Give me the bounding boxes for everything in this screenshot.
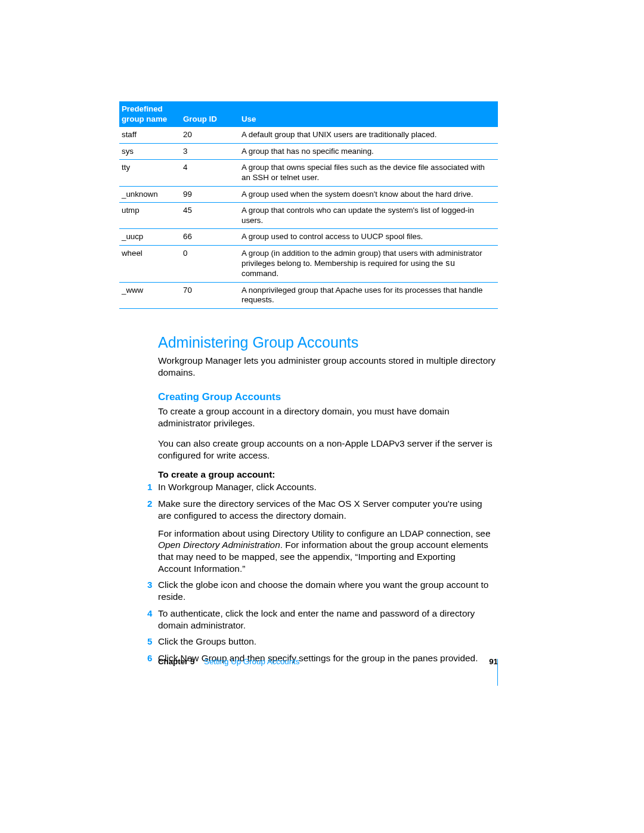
table-row: wheel0 A group (in addition to the admin… <box>119 246 498 283</box>
steps-title: To create a group account: <box>158 469 498 480</box>
margin-rule <box>497 659 498 686</box>
table-row: _uucp66A group used to control access to… <box>119 229 498 246</box>
page-number: 91 <box>489 657 498 666</box>
paragraph: You can also create group accounts on a … <box>158 438 498 461</box>
predefined-groups-table: Predefined group name Group ID Use staff… <box>119 101 498 309</box>
th-use: Use <box>242 101 498 127</box>
table-row: staff20A default group that UNIX users a… <box>119 127 498 143</box>
list-item: Click the Groups button. <box>158 636 498 648</box>
table-row: _unknown99A group used when the system d… <box>119 186 498 203</box>
list-item: In Workgroup Manager, click Accounts. <box>158 481 498 493</box>
th-name: Predefined group name <box>119 101 183 127</box>
list-item: To authenticate, click the lock and ente… <box>158 608 498 631</box>
chapter-title: Setting Up Group Accounts <box>204 657 299 666</box>
page: Predefined group name Group ID Use staff… <box>0 0 644 833</box>
steps-list: In Workgroup Manager, click Accounts. Ma… <box>158 481 498 664</box>
paragraph: To create a group account in a directory… <box>158 405 498 429</box>
heading-creating-group-accounts: Creating Group Accounts <box>158 391 498 403</box>
heading-admin-group-accounts: Administering Group Accounts <box>158 334 498 351</box>
table-row: _www70A nonprivileged group that Apache … <box>119 282 498 308</box>
th-id: Group ID <box>183 101 242 127</box>
table-row: tty4A group that owns special files such… <box>119 160 498 186</box>
list-item: Click the globe icon and choose the doma… <box>158 579 498 602</box>
table-row: utmp45A group that controls who can upda… <box>119 203 498 229</box>
list-item: Make sure the directory services of the … <box>158 498 498 574</box>
paragraph: Workgroup Manager lets you administer gr… <box>158 355 498 378</box>
table-row: sys3A group that has no specific meaning… <box>119 143 498 160</box>
page-footer: Chapter 5 Setting Up Group Accounts 91 <box>158 657 498 666</box>
chapter-label: Chapter 5 <box>158 657 194 666</box>
